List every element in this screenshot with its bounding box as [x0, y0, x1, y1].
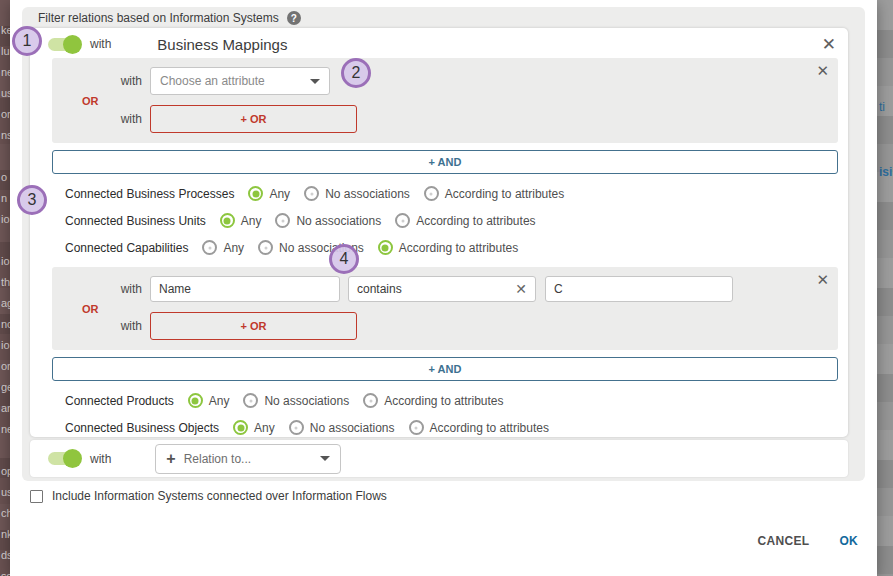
radio-according-to-attributes[interactable]: According to attributes	[363, 393, 503, 408]
radio-any[interactable]: Any	[233, 420, 275, 435]
relation-row-business-processes: Connected Business Processes Any No asso…	[65, 180, 848, 207]
radio-icon[interactable]	[363, 393, 378, 408]
annotation-callout-3: 3	[17, 185, 47, 215]
radio-icon[interactable]	[409, 420, 424, 435]
help-icon[interactable]: ?	[287, 11, 301, 25]
radio-icon[interactable]	[304, 186, 319, 201]
attribute-value-input[interactable]	[545, 276, 733, 302]
background-page-right: ti isi	[877, 0, 893, 576]
add-or-row: with + OR	[52, 105, 838, 133]
or-group-attributes: OR ✕ with Choose an attribute with + OR	[52, 58, 838, 143]
radio-according-to-attributes[interactable]: According to attributes	[424, 186, 564, 201]
relation-row-products: Connected Products Any No associations A…	[65, 387, 848, 414]
radio-icon[interactable]	[258, 240, 273, 255]
radio-according-to-attributes[interactable]: According to attributes	[395, 213, 535, 228]
radio-no-associations[interactable]: No associations	[304, 186, 410, 201]
annotation-callout-1: 1	[12, 26, 42, 56]
ok-button[interactable]: OK	[839, 534, 858, 548]
radio-icon[interactable]	[233, 420, 248, 435]
relation-to-placeholder: Relation to...	[184, 452, 251, 466]
radio-any[interactable]: Any	[248, 186, 290, 201]
attribute-select[interactable]: Choose an attribute	[150, 67, 330, 95]
plus-icon: +	[166, 450, 175, 468]
background-text-fragment: isi	[879, 165, 892, 179]
radio-according-to-attributes[interactable]: According to attributes	[378, 240, 518, 255]
relation-label: Connected Capabilities	[65, 241, 188, 255]
or-label: OR	[82, 95, 99, 107]
panel-title: Filter relations based on Information Sy…	[38, 11, 279, 25]
radio-any[interactable]: Any	[220, 213, 262, 228]
card-title: Business Mappings	[157, 36, 287, 53]
background-text-fragment: ti	[879, 100, 885, 114]
chevron-down-icon	[310, 79, 320, 84]
relation-label: Connected Products	[65, 394, 174, 408]
annotation-callout-2: 2	[341, 58, 371, 88]
relation-label: Connected Business Objects	[65, 421, 219, 435]
attribute-select-placeholder: Choose an attribute	[160, 74, 265, 88]
add-and-button[interactable]: + AND	[52, 150, 838, 174]
radio-icon[interactable]	[289, 420, 304, 435]
attribute-condition-row: with contains ✕	[52, 276, 838, 302]
radio-icon[interactable]	[378, 240, 393, 255]
business-mappings-toggle[interactable]	[48, 38, 80, 51]
operator-value: contains	[357, 282, 402, 296]
with-label: with	[52, 282, 150, 296]
relation-row-capabilities: Connected Capabilities Any No associatio…	[65, 234, 848, 261]
relation-label: Connected Business Units	[65, 214, 206, 228]
include-checkbox-label: Include Information Systems connected ov…	[52, 489, 387, 503]
radio-no-associations[interactable]: No associations	[275, 213, 381, 228]
annotation-callout-4: 4	[329, 244, 359, 274]
cancel-button[interactable]: CANCEL	[758, 534, 810, 548]
add-or-row: with + OR	[52, 312, 838, 340]
radio-icon[interactable]	[243, 393, 258, 408]
relation-row-business-objects: Connected Business Objects Any No associ…	[65, 414, 848, 441]
close-icon[interactable]: ✕	[816, 63, 829, 78]
radio-any[interactable]: Any	[202, 240, 244, 255]
radio-icon[interactable]	[248, 186, 263, 201]
add-relation-row: with + Relation to...	[30, 440, 848, 477]
attribute-condition-row: with Choose an attribute	[52, 67, 838, 95]
relation-to-select[interactable]: + Relation to...	[155, 444, 341, 474]
card-header: with Business Mappings ✕	[30, 28, 848, 58]
clear-icon[interactable]: ✕	[515, 281, 527, 297]
radio-icon[interactable]	[188, 393, 203, 408]
radio-icon[interactable]	[275, 213, 290, 228]
chevron-down-icon	[320, 456, 330, 461]
close-icon[interactable]: ✕	[822, 36, 836, 53]
or-group-capabilities: OR ✕ with contains ✕ with + OR	[52, 267, 838, 350]
business-mappings-card: with Business Mappings ✕ OR ✕ with Choos…	[30, 28, 848, 437]
add-and-button[interactable]: + AND	[52, 357, 838, 381]
add-or-button[interactable]: + OR	[150, 312, 357, 340]
add-or-button[interactable]: + OR	[150, 105, 357, 133]
relation-label: Connected Business Processes	[65, 187, 234, 201]
with-label: with	[52, 112, 150, 126]
radio-icon[interactable]	[220, 213, 235, 228]
panel-header: Filter relations based on Information Sy…	[22, 7, 865, 29]
operator-select[interactable]: contains ✕	[348, 276, 536, 302]
with-label: with	[90, 452, 111, 466]
close-icon[interactable]: ✕	[816, 272, 829, 287]
radio-icon[interactable]	[395, 213, 410, 228]
include-information-flows-row: Include Information Systems connected ov…	[30, 489, 387, 503]
radio-no-associations[interactable]: No associations	[243, 393, 349, 408]
filter-panel: Filter relations based on Information Sy…	[22, 7, 865, 481]
with-label: with	[90, 37, 111, 51]
with-label: with	[52, 319, 150, 333]
radio-icon[interactable]	[202, 240, 217, 255]
relation-row-business-units: Connected Business Units Any No associat…	[65, 207, 848, 234]
filter-relations-dialog: Filter relations based on Information Sy…	[10, 0, 877, 576]
with-label: with	[52, 74, 150, 88]
attribute-name-input[interactable]	[150, 276, 340, 302]
dialog-footer: CANCEL OK	[758, 534, 858, 548]
radio-any[interactable]: Any	[188, 393, 230, 408]
radio-according-to-attributes[interactable]: According to attributes	[409, 420, 549, 435]
or-label: OR	[82, 303, 99, 315]
radio-no-associations[interactable]: No associations	[289, 420, 395, 435]
include-checkbox[interactable]	[30, 490, 43, 503]
relation-toggle[interactable]	[48, 452, 80, 465]
radio-icon[interactable]	[424, 186, 439, 201]
